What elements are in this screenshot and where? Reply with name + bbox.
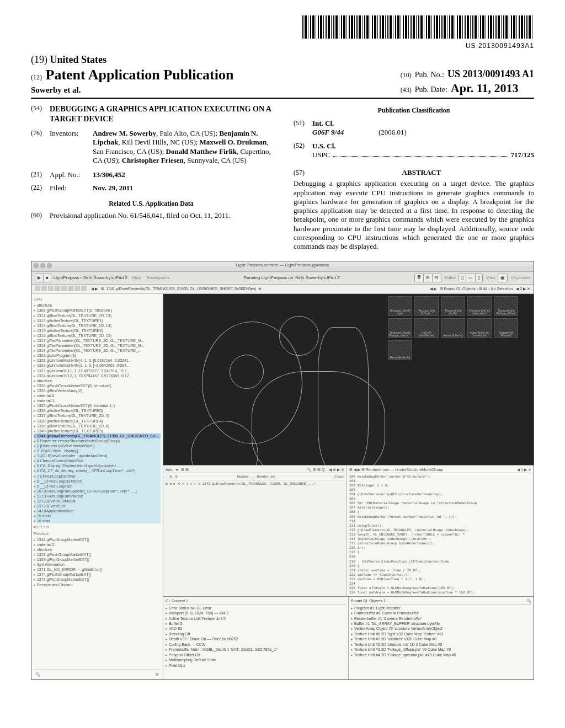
tree-row[interactable]: 1341 glDrawElements(GL_TRIANGLES, 21900,… xyxy=(34,433,161,438)
gl-context-row[interactable]: Active Texture Unit Texture Unit 5 xyxy=(166,616,346,621)
tree-row[interactable]: 1317 glTexParameteri(GL_TEXTURE_2D, GL_T… xyxy=(34,338,161,343)
tree-row[interactable]: material-2- xyxy=(34,542,161,547)
tree-row[interactable]: 3 -[GLKViewController _updateAndDraw] xyxy=(34,453,161,458)
traffic-lights[interactable] xyxy=(34,263,52,268)
thumbnail[interactable]: RenderBuffer #1 xyxy=(388,340,412,360)
navigator-icons[interactable] xyxy=(35,286,88,293)
search-clear-icon[interactable]: ⊘ xyxy=(156,672,159,677)
tree-row[interactable]: 1315 glActiveTexture(GL_TEXTURE2) xyxy=(34,328,161,333)
navigator-search-input[interactable] xyxy=(42,672,154,677)
thumbnail[interactable]: Program #3'Texture2' xyxy=(494,318,518,338)
thumbnail[interactable]: Texcoord Unit#1 'look...' xyxy=(414,296,439,316)
tree-row[interactable]: 1338 glActiveTexture(GL_TEXTURE4) xyxy=(34,419,161,424)
tree-row[interactable]: structure xyxy=(34,378,161,383)
tree-row[interactable]: 1326 glBindVertexArray(2) xyxy=(34,388,161,393)
bound-object-row[interactable]: Texture Unit #3 2D 'Foliage_diffuse.pvr'… xyxy=(351,647,531,652)
gl-context-row[interactable]: Culling Back — CCW xyxy=(166,642,346,647)
tree-row[interactable]: 1313 glActiveTexture(GL_TEXTURE1) xyxy=(34,318,161,323)
tree-row[interactable]: 1374 glPushGroupMarkerEXT() xyxy=(34,572,161,577)
gl-context-row[interactable]: VAO 92 xyxy=(166,626,346,631)
tree-row[interactable]: 5 CA::Display::DisplayLink::dispatch(uns… xyxy=(34,463,161,468)
tree-row[interactable]: 1340 glActiveTexture(GL_TEXTURE5) xyxy=(34,429,161,433)
gl-context-row[interactable]: Polygon Offset Off xyxy=(166,652,346,657)
tree-row[interactable]: 1319 glTexParameteri(GL_TEXTURE_2D, GL_T… xyxy=(34,348,161,353)
tree-row[interactable]: structure xyxy=(34,303,161,308)
tree-row[interactable]: 1342 glPopGroupMarkerEXT() xyxy=(34,537,161,542)
view-segmented[interactable]: ▯▭▯ xyxy=(459,274,483,282)
gl-canvas-preview[interactable]: Texcoord Unit #0rightTexcoord Unit#1 'lo… xyxy=(163,294,534,465)
tree-row[interactable]: light Attenuation xyxy=(34,562,161,567)
tree-row[interactable]: 1353 glPushGroupMarkerEXT() xyxy=(34,552,161,557)
variables-view[interactable]: Auto ⊞ ⊞ 🔍 ⊞ ⊞ Q ◀ ⊕ ▶ ⊘ 0. Q Render :: … xyxy=(163,465,347,596)
thumbnail[interactable]: Texcoord Unit'Foliage_diffuse' xyxy=(494,296,518,316)
bound-object-row[interactable]: Texture Unit #1 2D 'localizer' x32b Cube… xyxy=(351,636,531,641)
tree-row[interactable]: 1371 GL_NO_ERROR ← glGetError() xyxy=(34,567,161,572)
tree-row[interactable]: material-0- xyxy=(34,393,161,398)
jump-bar-path[interactable]: ⊞ 1341 glDrawElements(GL_TRIANGLES, 2190… xyxy=(101,287,427,292)
tree-row[interactable]: 6 CA_CF_do_identity_check(__CFRunLoopTim… xyxy=(34,468,161,473)
run-stop-control[interactable]: ▶■ xyxy=(35,274,51,282)
bound-object-row[interactable]: Vertex Array Object #2 'structure-Vertex… xyxy=(351,626,531,631)
source-editor[interactable]: ⊞ ◀ ▶ ⊞ Renderer.mm — renderStructureMod… xyxy=(347,465,534,596)
thumbnail[interactable]: Index Buffer #2'moveto.dat' xyxy=(467,318,492,338)
tree-row[interactable]: 15 main xyxy=(34,513,161,518)
gl-context-row[interactable]: Blending Off xyxy=(166,631,346,636)
gl-context-row[interactable]: Viewport (0, 0, 1024, 768) — v34.2 xyxy=(166,611,346,615)
tree-row[interactable]: 1311 glBindTexture(GL_TEXTURE_2D, 13) xyxy=(34,313,161,318)
bound-objects-thumbnails[interactable]: Texcoord Unit #0rightTexcoord Unit#1 'lo… xyxy=(388,296,531,360)
tree-row[interactable]: 1325 glPushCrossMarkerEXT(0, 'structure'… xyxy=(34,383,161,388)
tree-row[interactable]: 7 CFRunLoopDoTimer xyxy=(34,474,161,479)
tree-row[interactable]: 13 GSEventRun xyxy=(34,504,161,508)
tree-row[interactable]: 1316 glBindTexture(GL_TEXTURE_2D, 15) xyxy=(34,333,161,338)
gl-context-row[interactable]: Multisampling Default State xyxy=(166,657,346,662)
thumbnail[interactable]: UBO #0'shedlike.dat' xyxy=(414,318,439,338)
tree-row[interactable]: 10 CFRunLoopRunSpecific(_CFRunLoopRun *,… xyxy=(34,489,161,494)
tree-row[interactable]: 1335 glPushCrossMarkerEXT(0, 'material-1… xyxy=(34,403,161,408)
tree-row[interactable]: 11 CFRunLoopRunInMode xyxy=(34,494,161,499)
gl-context-row[interactable]: Pixel Ops xyxy=(166,663,346,668)
tree-row[interactable]: 0 Renderer::renderStructureModelGroup(Gr… xyxy=(34,438,161,443)
editor-segmented[interactable]: ≣⊞⊟ xyxy=(414,274,441,282)
thumbnail[interactable]: Texcoord Unit #3'Attenuation' xyxy=(467,296,492,316)
gl-context-pane[interactable]: GL Context 1 Error Status No GL ErrorVie… xyxy=(163,597,349,679)
tree-row[interactable]: 1320 glUseProgram(3) xyxy=(34,353,161,358)
tree-row[interactable]: 1324 glUniform3f(12, 1, 70.5704167, 0.57… xyxy=(34,373,161,378)
bound-object-row[interactable]: Texture Unit #2 2D 'shadow-orc' 1D 2 Cub… xyxy=(351,642,531,647)
bound-object-row[interactable]: Framebuffer #1 'Camera Framebuffer' xyxy=(351,611,531,615)
gl-context-row[interactable]: Depth u32 : Draw: On — One/Usub0702 xyxy=(166,636,346,641)
tree-row[interactable]: 1336 glActiveTexture(GL_TEXTURE0) xyxy=(34,408,161,413)
thumbnail[interactable]: Vertex Buffer #1 xyxy=(441,318,465,338)
gl-context-row[interactable]: Framebuffer Main : MGBL_Depth 1 'G#3'; 2… xyxy=(166,647,346,652)
assistant-selector[interactable]: ⊞ Bound GL Objects › ⊞ All › No Selectio… xyxy=(440,287,513,292)
thumbnail[interactable]: Texcoord Unit #5'Foliage_specul...' xyxy=(388,318,412,338)
bound-object-row[interactable]: Texture Unit #0 2D 'light' x32 Cube Map … xyxy=(351,631,531,636)
tree-row[interactable]: 2 -[EAGLView _display:] xyxy=(34,448,161,453)
tree-row[interactable]: 9 __CFRunLoopRun xyxy=(34,484,161,489)
tree-row[interactable]: 1368 glPopGroupMarkerEXT() xyxy=(34,557,161,562)
tree-row[interactable]: structure xyxy=(34,547,161,552)
tree-row[interactable]: 1 [Renderer glkView:drawInRect:] xyxy=(34,443,161,448)
tree-row[interactable]: 1321 glUniformMatrix4fv(4, 1, 0, [0.0187… xyxy=(34,358,161,363)
bound-gl-objects-pane[interactable]: Bound GL Objects 1🔍 Program #3 'Light Pr… xyxy=(349,597,534,679)
thumbnail[interactable]: Texcoord Unit'gbuffer' xyxy=(441,296,465,316)
tree-row[interactable]: 1337 glBindTexture(GL_TEXTURE_2D, 5) xyxy=(34,413,161,418)
tree-row[interactable]: 16 start xyxy=(34,518,161,523)
tree-row[interactable]: 1323 glUniform3f(11, 1, 27.4973877, 3·24… xyxy=(34,368,161,373)
scheme-selector[interactable]: LightPrepass › Seth Sowerby's iPad 2 xyxy=(54,275,127,281)
tree-row[interactable]: 1339 glBindTexture(GL_TEXTURE_2D, 6) xyxy=(34,424,161,429)
navigator-search[interactable]: 🔍 ⊘ xyxy=(34,670,161,678)
gl-context-row[interactable]: Error Status No GL Error xyxy=(166,606,346,611)
tree-row[interactable]: Receive and Discard xyxy=(34,582,161,587)
bound-object-row[interactable]: Buffer #1 'GL_ARRAY_BUFFER' structure.by… xyxy=(351,621,531,626)
tree-row[interactable]: 1308 glPushGroupMarkerEXT(0, 'structure'… xyxy=(34,308,161,313)
tree-row[interactable]: 8 __CFRunLoopDoTimers xyxy=(34,479,161,484)
tree-row[interactable]: 1314 glBindTexture(GL_TEXTURE_2D, 14) xyxy=(34,323,161,328)
thumbnail[interactable]: Texcoord Unit #0right xyxy=(388,296,412,316)
tree-row[interactable]: 4 ChangeControlStructRun xyxy=(34,458,161,463)
bound-object-row[interactable]: Renderbuffer #1 'Camera Renderbuffer' xyxy=(351,616,531,621)
bound-object-row[interactable]: Program #3 'Light Prepass' xyxy=(351,606,531,611)
tree-row[interactable]: 12 GSEventRunModal xyxy=(34,499,161,504)
tree-row[interactable]: 14 UIApplicationMain xyxy=(34,508,161,513)
tree-row[interactable]: 1322 glUniformMatrix4fv(2, 1, 0, [−0.064… xyxy=(34,363,161,368)
organizer-button[interactable]: ▣ xyxy=(498,274,508,282)
